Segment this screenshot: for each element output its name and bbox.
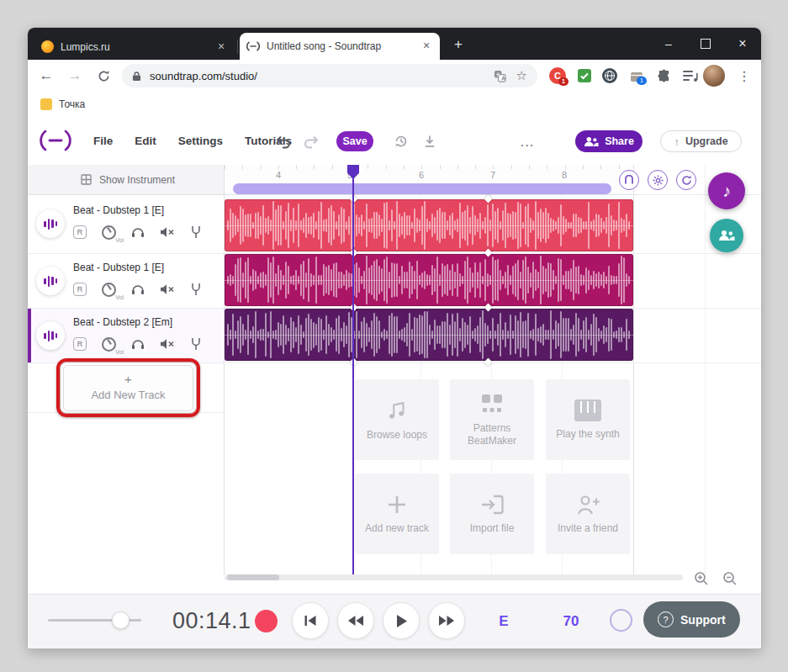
studio-settings-button[interactable]	[648, 170, 668, 190]
instrument-icon[interactable]	[36, 209, 65, 238]
import-file-button[interactable]: Import file	[450, 474, 534, 554]
redo-button[interactable]	[301, 131, 321, 151]
version-history-button[interactable]	[391, 131, 411, 151]
track-controls: R Vol	[73, 335, 202, 353]
bookmark-star-icon[interactable]: ☆	[516, 68, 527, 83]
menu-settings[interactable]: Settings	[178, 135, 223, 147]
minimize-button[interactable]: –	[650, 28, 687, 60]
menu-edit[interactable]: Edit	[135, 135, 156, 147]
volume-knob[interactable]: Vol	[102, 337, 116, 352]
key-selector[interactable]: E	[494, 613, 513, 630]
tempo-selector[interactable]: 70	[559, 613, 583, 630]
playhead-line[interactable]	[352, 165, 354, 574]
download-button[interactable]	[420, 131, 440, 151]
play-synth-button[interactable]: Play the synth	[546, 379, 630, 460]
fast-forward-icon	[439, 616, 454, 626]
more-options-button[interactable]: ...	[516, 134, 539, 151]
extension-c-badge: 1	[558, 77, 569, 86]
close-window-button[interactable]: ×	[724, 28, 761, 60]
undo-button[interactable]	[273, 131, 294, 151]
tab-soundtrap[interactable]: Untitled song - Soundtrap ×	[240, 33, 440, 60]
volume-knob[interactable]: Vol	[102, 283, 116, 297]
mute-icon[interactable]	[160, 283, 175, 295]
add-new-track-cell[interactable]: Add new track	[355, 474, 439, 554]
loop-toggle-button[interactable]	[676, 170, 696, 190]
mute-icon[interactable]	[160, 338, 175, 350]
forward-button[interactable]: →	[65, 66, 85, 86]
translate-icon[interactable]	[494, 70, 506, 82]
browse-loops-button[interactable]: Browse loops	[355, 379, 439, 460]
volume-knob[interactable]: Vol	[102, 225, 116, 240]
track-name: Beat - Dubstep 2 [Em]	[73, 316, 172, 328]
mute-icon[interactable]	[160, 226, 175, 238]
zoom-out-button[interactable]	[722, 570, 738, 587]
instrument-icon[interactable]	[36, 267, 65, 295]
media-queue-icon[interactable]	[680, 66, 701, 86]
support-button[interactable]: ? Support	[643, 601, 740, 638]
loops-panel-button[interactable]: ♪	[708, 172, 745, 209]
browser-menu-button[interactable]: ⋮	[734, 66, 754, 86]
reload-button[interactable]	[93, 66, 114, 86]
kebab-menu-icon: ⋮	[738, 68, 751, 84]
upgrade-button[interactable]: ↑ Upgrade	[660, 130, 742, 152]
loop-region-bar[interactable]	[233, 183, 611, 194]
bookmark-item[interactable]: Точка	[59, 98, 85, 110]
menu-bar: File Edit Settings Tutorials	[93, 117, 292, 165]
support-label: Support	[680, 613, 726, 627]
lock-icon	[132, 71, 141, 82]
automation-icon[interactable]	[190, 337, 202, 351]
invite-friend-button[interactable]: Invite a friend	[546, 474, 630, 554]
audio-region-2[interactable]	[225, 254, 633, 306]
horizontal-scrollbar[interactable]	[225, 574, 683, 580]
zoom-out-icon	[722, 571, 738, 586]
show-instrument-header[interactable]: Show Instrument	[28, 165, 224, 195]
record-arm-button[interactable]: R	[73, 283, 87, 296]
download-icon	[423, 135, 436, 148]
tab-close-icon[interactable]: ×	[420, 40, 433, 53]
rewind-button[interactable]	[337, 602, 374, 639]
volume-slider-thumb[interactable]	[112, 611, 130, 629]
instrument-icon[interactable]	[36, 321, 65, 350]
patterns-beatmaker-button[interactable]: Patterns BeatMaker	[450, 379, 534, 460]
play-button[interactable]	[383, 602, 420, 639]
grid-line	[705, 165, 706, 574]
audio-region-1[interactable]	[225, 199, 633, 251]
extensions-puzzle-button[interactable]	[653, 66, 674, 86]
scrollbar-thumb[interactable]	[227, 574, 279, 580]
extension-check-icon[interactable]	[574, 66, 595, 86]
tab-close-icon[interactable]: ×	[214, 40, 228, 54]
record-arm-button[interactable]: R	[73, 337, 87, 351]
back-button[interactable]: ←	[36, 66, 56, 86]
soundtrap-logo[interactable]	[40, 130, 71, 151]
headphones-icon[interactable]	[131, 283, 145, 295]
extension-box-icon[interactable]: 1	[627, 66, 647, 86]
metronome-button[interactable]	[610, 609, 632, 632]
extension-box-badge: 1	[637, 77, 647, 85]
audio-region-3[interactable]	[225, 309, 633, 361]
automation-icon[interactable]	[190, 225, 202, 239]
headphones-icon[interactable]	[131, 338, 145, 350]
loop-icon	[681, 175, 692, 186]
record-button[interactable]	[255, 610, 278, 632]
skip-to-start-button[interactable]	[292, 602, 329, 639]
share-button[interactable]: Share	[575, 130, 643, 152]
collaboration-button[interactable]	[710, 219, 743, 252]
new-tab-button[interactable]: +	[448, 34, 468, 55]
extension-c-icon[interactable]: C 1	[547, 66, 568, 86]
fast-forward-button[interactable]	[428, 602, 465, 639]
headphones-icon[interactable]	[131, 226, 145, 238]
address-bar[interactable]: soundtrap.com/studio/ ☆	[122, 64, 537, 87]
extension-globe-icon[interactable]	[600, 66, 620, 86]
rewind-icon	[348, 616, 363, 626]
automation-icon[interactable]	[190, 283, 202, 296]
zoom-in-button[interactable]	[693, 570, 710, 587]
menu-file[interactable]: File	[93, 135, 113, 147]
maximize-button[interactable]	[687, 28, 724, 60]
snap-button[interactable]	[619, 170, 639, 190]
save-button[interactable]: Save	[336, 131, 373, 151]
ruler-number: 7	[484, 170, 501, 180]
profile-avatar[interactable]	[703, 65, 725, 87]
play-icon	[396, 615, 407, 627]
tab-lumpics[interactable]: Lumpics.ru ×	[34, 34, 235, 60]
record-arm-button[interactable]: R	[73, 225, 87, 239]
